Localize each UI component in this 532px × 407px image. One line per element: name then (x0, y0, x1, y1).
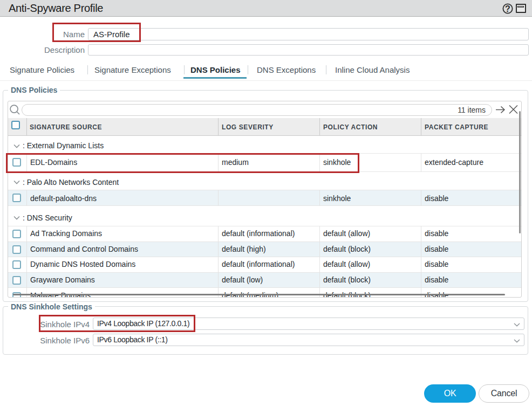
svg-text:?: ? (505, 4, 510, 13)
